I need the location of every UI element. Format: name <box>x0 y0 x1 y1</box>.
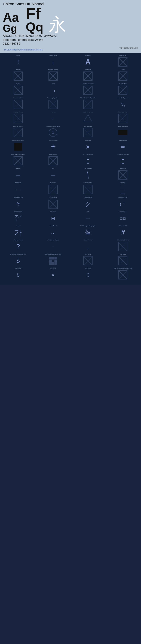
label-alphabetic-pf: Alphabetic PF <box>119 225 127 227</box>
cell-cjk-ext-a: CJK Ext A ⊞ <box>36 210 70 224</box>
label-cjk-strokes: CJK Strokes <box>49 197 57 198</box>
content-idc: — <box>51 170 55 180</box>
glyph-aa-gg: Aa Gg <box>3 12 19 33</box>
content-control <box>13 127 23 138</box>
cell-enclosed-alpha: Enclosed Alphanums 1 <box>36 125 70 139</box>
cell-cjk-ext-e: CJK Ext E « <box>36 267 70 281</box>
label-idc: IDC <box>52 168 54 170</box>
alphabet-lower: abcdefghijklmnopqrstuvwxyz <box>3 38 138 42</box>
cell-number-forms: Number Forms <box>1 110 36 125</box>
cell-cjk-symbols: CJK Symbols ╲ <box>70 167 105 181</box>
placeholder-box <box>118 170 128 180</box>
content-number-forms <box>13 113 23 124</box>
cell-misc-math-b: Misc Math Symbols B <box>1 153 36 167</box>
cell-punctuation: Punctuation <box>105 82 140 96</box>
label-modifier: Modifier Letters <box>48 69 58 70</box>
cell-jamo-ext-a: Jamo Ext A □ □ <box>105 210 140 224</box>
sym-kanbun-lines: ——— <box>121 184 125 196</box>
label-cjk-ext-e: CJK Ext E <box>50 268 56 269</box>
label-block-elements: Block Elements <box>118 125 128 127</box>
content-misc-symbols: ☀ <box>50 142 56 152</box>
cell-cjk-ext-d: CJK Ext D ô <box>1 267 36 281</box>
content-kanbun: ——— <box>121 184 125 196</box>
label-cjk-radicals: CJK Radicals Sup <box>117 154 129 155</box>
label-arrows: Arrows <box>51 111 55 113</box>
content-modifier <box>48 71 58 82</box>
content-enclosed-alpha-sup: δ <box>16 256 20 266</box>
cell-misc-symbols: Misc Symbols ☀ <box>36 139 70 153</box>
label-enclosed-alpha: Enclosed Alphanums <box>46 125 60 127</box>
sym-circled-one: 1 <box>49 128 57 137</box>
cjk-glyph: 永 <box>49 16 66 33</box>
content-ipa <box>13 71 23 82</box>
cell-katakana-ext: Katakana Ext ク <box>70 196 105 210</box>
content-hiragana <box>118 170 128 180</box>
content-latin-ext-a: A <box>85 57 91 67</box>
label-latin-ext-b: Latin Ext B <box>120 55 126 56</box>
sym-exclaim: ! <box>17 59 19 65</box>
content-super-sub <box>13 99 23 110</box>
placeholder-box <box>48 185 58 194</box>
label-latin-ext-additional: Latin Ext Additional <box>82 83 94 85</box>
sym-middle-dot: · <box>52 244 54 249</box>
sym-cjk-lines: ≡≡ <box>122 157 124 165</box>
cell-ascii: ASCII ! <box>1 54 36 68</box>
cell-cjk-ext-b: CJK Ext B <box>70 252 105 267</box>
cell-bopomofo-ext: Bopomofo Ext ㄅ <box>1 196 36 210</box>
content-hangul: 가 <box>15 227 22 238</box>
sym-fraction: a/c <box>121 102 125 107</box>
content-cjk-compat-ideographs: 堃 <box>85 227 91 238</box>
label-half-full: Half And Full Forms <box>117 239 129 241</box>
content-ascii: ! <box>17 57 19 67</box>
cell-cjk-radicals: CJK Radicals Sup ≡≡ <box>105 153 140 167</box>
grid-row-2: IPA Ext Modifier Letters Diacriticals Gr… <box>1 68 140 82</box>
label-cjk-symbols: CJK Symbols <box>84 168 92 170</box>
label-hiragana: Hiragana <box>120 168 126 170</box>
content-math-ops <box>84 113 92 124</box>
sym-corner: ¬ <box>51 86 55 94</box>
sym-inverted-exclaim: ¡ <box>52 59 54 65</box>
sym-cjk-ideograph: 堃 <box>85 228 91 236</box>
placeholder-box <box>118 72 128 81</box>
sym-cjk-plus: ⊞ <box>51 216 55 222</box>
grid-row-14: Vertical Forms ? CJK Compat Forms · Smal… <box>1 238 140 252</box>
grid-row-5: Number Forms Arrows ← Math Operators Mis <box>1 110 140 125</box>
placeholder-box <box>118 86 128 95</box>
label-enclosed-ideographic-sup: Enclosed Ideographic Sup <box>45 253 61 255</box>
label-katakana-ext: Katakana Ext <box>84 197 92 198</box>
sym-jamo-b: ᇿ <box>51 230 55 236</box>
label-cyrillic: Cyrillic <box>16 83 20 85</box>
label-punctuation: Punctuation <box>119 83 127 85</box>
content-alphabetic-pf: ff <box>121 227 125 238</box>
font-title: Chiron Sans HK Normal <box>3 2 138 6</box>
content-cjk-ext-f: ⟨⟩ <box>86 270 90 280</box>
cell-super-sub: Super And Sub <box>1 96 36 110</box>
sym-bracket-arrow: ⟨⟩ <box>86 272 90 278</box>
label-misc-arrows: Misc Arrows <box>49 154 57 155</box>
label-enclosed-cjk: Enclosed CJK <box>119 197 127 198</box>
cell-kanbun: Kanbun ——— <box>105 181 140 196</box>
cell-latin-ext-b: Latin Ext B <box>105 54 140 68</box>
cell-box-drawing: Box Drawing <box>70 125 105 139</box>
content-enclosed-cjk: (「 <box>120 199 126 210</box>
content-cjk-symbols: ╲ <box>86 170 90 180</box>
cell-arrows: Arrows ← <box>36 110 70 125</box>
glyph-grid: ASCII ! Latin 1 Sup ¡ Latin Ext A A Lati… <box>0 53 141 285</box>
placeholder-box <box>118 114 128 123</box>
label-greek: Greek <box>121 69 125 70</box>
cell-sup-punct: Sup Punctuation ≡≡ <box>70 153 105 167</box>
placeholder-box <box>13 86 23 95</box>
grid-row-12: CJK Compat アパト CJK Ext A ⊞ CJK — Jamo Ex… <box>1 210 140 224</box>
label-small-forms: Small Forms <box>84 239 92 241</box>
label-misc-math-b: Misc Math Symbols B <box>11 154 25 155</box>
cell-jamo: Jamo ¬ <box>36 82 70 96</box>
label-misc-technical: Misc Technical <box>118 111 128 113</box>
label-cjk-compat-ideographs: CJK Compat Ideographs <box>80 225 96 227</box>
sym-letter-a: A <box>85 58 91 66</box>
sym-cjk-d-char: ô <box>17 272 20 278</box>
grid-row-1: ASCII ! Latin 1 Sup ¡ Latin Ext A A Lati… <box>1 54 140 68</box>
label-cjk-ext-a: CJK Ext A <box>50 211 56 213</box>
content-enclosed-ideographic-sup <box>49 256 57 266</box>
header-section: Chiron Sans HK Normal Aa Gg Ff Qq 永 ABCD… <box>0 0 141 53</box>
label-geometric: Geometric Shapes <box>12 140 24 141</box>
